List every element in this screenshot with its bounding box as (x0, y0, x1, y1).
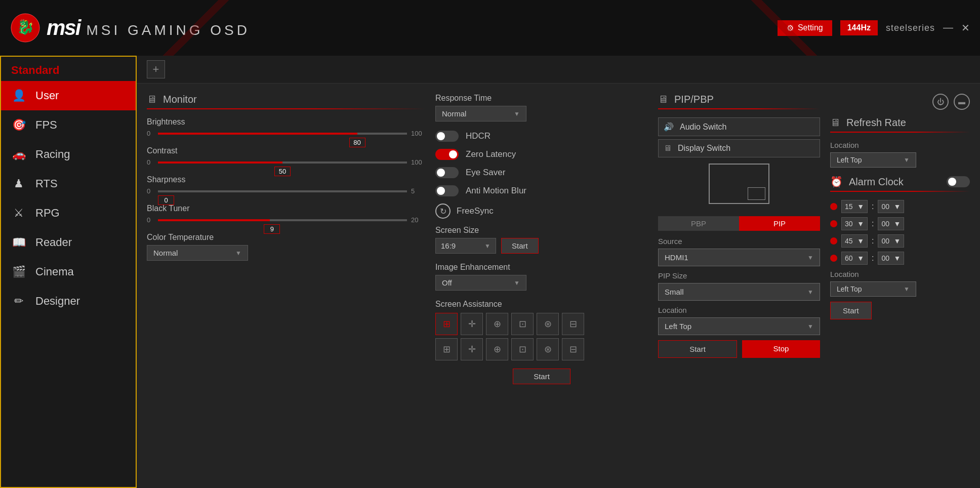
alarm-row-3: 60 ▼ : 00 ▼ (830, 252, 970, 265)
alarm-hour-3[interactable]: 60 ▼ (841, 252, 868, 265)
pip-preview (709, 164, 769, 204)
audio-switch-row[interactable]: 🔊 Audio Switch (658, 117, 820, 136)
freesync-icon: ↻ (435, 204, 451, 219)
alarm-clock-section: ⏰ Alarm Clock 15 ▼ : 00 ▼ (830, 176, 970, 319)
pip-inner-preview (748, 187, 765, 200)
top-icons: ⏻ ▬ (830, 94, 970, 112)
display-switch-icon: 🖥 (664, 144, 672, 153)
fps-icon: 🎯 (11, 117, 26, 133)
alarm-clock-divider (830, 191, 970, 192)
assist-icon-3[interactable]: ⊡ (511, 313, 534, 335)
black-tuner-slider[interactable]: 9 (158, 219, 407, 221)
image-enhancement-dropdown[interactable]: Off ▼ (435, 275, 526, 291)
alarm-dot-1 (830, 220, 837, 227)
assist-icon-1[interactable]: ✛ (461, 313, 483, 335)
color-temp-dropdown[interactable]: Normal ▼ (147, 245, 248, 261)
color-temp-label: Color Temperature (147, 233, 425, 242)
alarm-hour-0[interactable]: 15 ▼ (841, 200, 868, 213)
alarm-clock-title: ⏰ Alarm Clock (830, 176, 970, 188)
sidebar-label-reader: Reader (35, 236, 72, 249)
source-arrow: ▼ (807, 254, 813, 261)
assist-icon-2[interactable]: ⊕ (486, 313, 508, 335)
sidebar-item-reader[interactable]: 📖 Reader (1, 228, 136, 257)
alarm-clock-toggle[interactable] (947, 176, 970, 187)
pip-size-label: PIP Size (658, 271, 820, 280)
brightness-label: Brightness (147, 117, 425, 127)
response-time-value: Normal (442, 109, 466, 118)
eye-saver-toggle[interactable] (435, 167, 459, 178)
anti-motion-blur-toggle[interactable] (435, 185, 459, 196)
ratio-dropdown[interactable]: 16:9 ▼ (435, 238, 496, 254)
sidebar-item-cinema[interactable]: 🎬 Cinema (1, 257, 136, 287)
setting-button[interactable]: ⚙ Setting (778, 20, 832, 36)
response-time-dropdown[interactable]: Normal ▼ (435, 106, 526, 121)
alarm-location-value: Left Top (837, 285, 862, 293)
response-time-label: Response Time (435, 94, 648, 103)
hdcr-toggle[interactable] (435, 131, 459, 142)
pip-size-dropdown[interactable]: Small ▼ (658, 283, 820, 301)
alarm-hour-2[interactable]: 45 ▼ (841, 234, 868, 248)
brightness-fill (158, 133, 357, 135)
alarm-minute-3[interactable]: 00 ▼ (878, 252, 904, 265)
source-dropdown[interactable]: HDMI1 ▼ (658, 249, 820, 266)
pbp-tab[interactable]: PBP (658, 216, 739, 231)
alarm-location-dropdown[interactable]: Left Top ▼ (830, 281, 916, 297)
alarm-minute-1[interactable]: 00 ▼ (878, 217, 904, 230)
screen-assistance-section: Screen Assistance ⊞ ✛ ⊕ ⊡ ⊛ ⊟ ⊞ ✛ ⊕ ⊡ ⊛ … (435, 300, 648, 384)
title-bar: 🐉 msi MSI GAMING OSD ⚙ Setting 144Hz ste… (0, 0, 980, 56)
toggle-icon[interactable]: ▬ (954, 94, 970, 110)
assist-icon-6[interactable]: ⊞ (435, 338, 458, 360)
refresh-location-dropdown[interactable]: Left Top ▼ (830, 152, 916, 168)
alarm-dot-3 (830, 255, 837, 262)
sidebar-item-rts[interactable]: ♟ RTS (1, 169, 136, 198)
far-right-panel: ⏻ ▬ 🖥 Refresh Rate Location Left Top ▼ ⏰… (830, 94, 970, 478)
ratio-value: 16:9 (441, 241, 456, 250)
zero-latency-toggle[interactable] (435, 149, 459, 160)
alarm-minute-0[interactable]: 00 ▼ (878, 200, 904, 213)
monitor-panel: 🖥 Monitor Brightness 0 80 100 Contrast 0 (147, 94, 425, 478)
assist-icon-5[interactable]: ⊟ (562, 313, 584, 335)
add-tab-button[interactable]: + (147, 60, 165, 78)
hdcr-label: HDCR (466, 131, 491, 141)
sidebar-item-rpg[interactable]: ⚔ RPG (1, 198, 136, 228)
assist-icon-8[interactable]: ⊕ (486, 338, 508, 360)
sidebar-label-cinema: Cinema (35, 265, 74, 278)
sharpness-slider[interactable]: 0 (158, 190, 407, 192)
hdcr-knob (437, 132, 445, 140)
sidebar-label-rts: RTS (35, 177, 58, 190)
sharpness-slider-container: 0 0 5 (147, 187, 425, 195)
alarm-row-0: 15 ▼ : 00 ▼ (830, 200, 970, 213)
alarm-start-button[interactable]: Start (830, 302, 872, 319)
sidebar-item-user[interactable]: 👤 User (1, 81, 136, 110)
assist-icon-7[interactable]: ✛ (461, 338, 483, 360)
assist-icon-9[interactable]: ⊡ (511, 338, 534, 360)
display-switch-row[interactable]: 🖥 Display Switch (658, 139, 820, 157)
assist-icon-4[interactable]: ⊛ (537, 313, 559, 335)
black-tuner-value: 9 (264, 224, 280, 234)
power-icon[interactable]: ⏻ (932, 94, 949, 110)
racing-icon: 🚗 (11, 147, 26, 162)
assist-icon-10[interactable]: ⊛ (537, 338, 559, 360)
pip-stop-button[interactable]: Stop (742, 340, 820, 358)
pip-location-dropdown[interactable]: Left Top ▼ (658, 317, 820, 335)
screen-size-start-button[interactable]: Start (501, 238, 539, 254)
pip-tab[interactable]: PIP (739, 216, 820, 231)
assist-icon-0[interactable]: ⊞ (435, 313, 458, 335)
contrast-slider[interactable]: 50 (158, 161, 407, 164)
sidebar-item-racing[interactable]: 🚗 Racing (1, 140, 136, 169)
alarm-hour-1[interactable]: 30 ▼ (841, 217, 868, 230)
close-button[interactable]: ✕ (961, 22, 970, 34)
sidebar-label-racing: Racing (35, 148, 70, 161)
sharpness-min: 0 (147, 187, 154, 195)
alarm-minute-2[interactable]: 00 ▼ (878, 234, 904, 248)
brightness-slider[interactable]: 80 (158, 133, 407, 135)
eye-saver-toggle-row: Eye Saver (435, 167, 648, 178)
screen-assist-start-button[interactable]: Start (513, 369, 570, 384)
minimize-button[interactable]: — (943, 22, 953, 34)
sidebar-item-fps[interactable]: 🎯 FPS (1, 110, 136, 140)
assist-icon-11[interactable]: ⊟ (562, 338, 584, 360)
black-tuner-label: Black Tuner (147, 204, 425, 213)
pip-start-button[interactable]: Start (658, 340, 737, 358)
sidebar-label-fps: FPS (35, 118, 57, 132)
sidebar-item-designer[interactable]: ✏ Designer (1, 287, 136, 316)
